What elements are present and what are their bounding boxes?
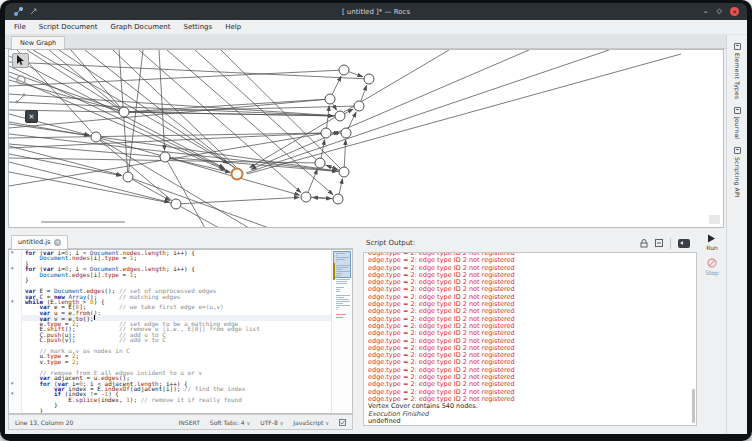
graph-edge[interactable] [128,177,269,227]
minimap-viewport[interactable] [333,251,351,278]
fold-marker-icon[interactable]: ▾ [11,265,14,271]
graph-node[interactable] [339,167,349,177]
code-editor[interactable]: ▾for (var i=0; i < Document.nodes.length… [8,249,353,414]
dock-tab-journal[interactable]: Journal [727,107,747,139]
delete-icon[interactable]: ✕ [25,110,38,123]
checkmark-icon[interactable] [339,419,346,426]
graph-edge[interactable] [9,70,344,86]
graph-edge[interactable] [251,50,529,169]
graph-node[interactable] [325,94,335,104]
graph-node[interactable] [321,128,331,138]
fold-marker-icon[interactable]: ▾ [11,249,14,255]
run-controls: Run Stop [700,234,724,276]
output-scrollbar[interactable] [692,389,695,423]
menu-file[interactable]: File [14,23,26,31]
canvas-horizontal-scrollbar[interactable] [41,221,125,223]
circle-icon [16,75,26,85]
output-title: Script Output: [358,239,415,247]
output-console[interactable]: edge.type = 2: edge type ID 2 not regist… [363,252,697,426]
add-edge-tool[interactable] [12,91,29,106]
graph-edge[interactable] [128,50,143,177]
editor-statusbar: Line 13, Column 20 INSERT Soft Tabs: 4 ∨… [8,414,353,430]
maximize-button[interactable]: ◇ [717,5,722,18]
graph-node[interactable] [160,152,170,162]
graph-edge[interactable] [9,102,340,116]
graph-node[interactable] [301,192,311,202]
menu-script-document[interactable]: Script Document [39,23,98,31]
debug-output-icon[interactable] [678,239,690,248]
clear-output-icon[interactable] [655,239,663,247]
fold-marker-icon[interactable]: ▾ [11,390,14,396]
close-button[interactable]: ✕ [730,7,739,16]
minimize-button[interactable]: ⌄ [703,5,709,18]
tab-width-select[interactable]: Soft Tabs: 4 ∨ [210,419,250,426]
journal-icon [734,107,741,114]
graph-node[interactable] [119,107,129,117]
graph-edge[interactable] [9,172,176,204]
minimap-modified-marker [333,263,335,280]
dock-tab-scripting-api[interactable]: Scripting API [727,147,747,198]
output-line: Execution Finished [368,411,696,418]
select-tool[interactable] [12,53,29,68]
close-tab-icon[interactable]: ✕ [54,239,61,246]
graph-node[interactable] [333,194,343,204]
graph-node-highlighted[interactable] [232,169,243,180]
editor-tab-label: untitled.js [18,236,50,249]
graph-edge[interactable] [96,137,249,227]
graph-node[interactable] [341,128,351,138]
menu-help[interactable]: Help [225,23,241,31]
menu-bar: FileScript DocumentGraph DocumentSetting… [5,20,747,35]
code-folding-gutter[interactable] [9,408,22,413]
encoding-select[interactable]: UTF-8 ∨ [260,419,283,426]
script-output-panel: Script Output: edge.type = 2: edge type … [358,232,724,433]
output-line: undefined [368,418,696,425]
graph-edge[interactable] [221,50,344,172]
fold-marker-icon[interactable]: ▾ [11,380,14,386]
graph-node[interactable] [354,101,364,111]
chevron-down-icon: ∨ [280,420,284,426]
add-node-tool[interactable] [12,72,29,87]
graph-edge[interactable] [159,50,165,150]
menu-settings[interactable]: Settings [183,23,212,31]
output-header: Script Output: [358,236,724,250]
graph-tool-palette: ✕ [12,53,42,123]
edge-icon [15,93,26,104]
graph-node[interactable] [364,74,374,84]
minimap-mark [336,314,346,315]
graph-node[interactable] [335,111,345,121]
graph-node[interactable] [315,158,325,168]
graph-edge[interactable] [9,144,337,171]
graph-node[interactable] [339,65,349,75]
lock-icon[interactable] [640,239,648,248]
right-dock-strip: Element TypesJournalScripting API [726,35,747,434]
graph-edge[interactable] [9,146,121,175]
code-line[interactable]: } [9,408,352,413]
tab-untitled-js[interactable]: untitled.js ✕ [11,235,68,249]
editor-tabbar: untitled.js ✕ [8,235,353,249]
stop-button[interactable]: Stop [705,258,719,276]
graph-edge[interactable] [246,50,609,173]
editor-minimap[interactable] [331,250,352,413]
chevron-down-icon: ∨ [325,420,329,426]
tab-new-graph[interactable]: New Graph [11,36,65,49]
stop-icon [707,258,717,268]
graph-document-tabbar: New Graph [5,35,726,49]
titlebar[interactable]: [ untitled ]* — Rocs ⌄ ◇ ✕ [5,3,747,20]
graph-node[interactable] [171,199,181,209]
graph-node[interactable] [91,132,101,142]
graph-node[interactable] [123,172,133,182]
mode-indicator[interactable]: INSERT [179,419,200,426]
run-button[interactable]: Run [706,234,718,251]
dock-tab-element-types[interactable]: Element Types [727,43,747,99]
cursor-position: Line 13, Column 20 [15,419,73,426]
menu-graph-document[interactable]: Graph Document [111,23,171,31]
graph-canvas[interactable] [8,49,724,228]
graph-edge[interactable] [9,154,121,176]
syntax-select[interactable]: JavaScript ∨ [293,419,329,426]
graph-drawing [9,50,723,227]
rocs-window: [ untitled ]* — Rocs ⌄ ◇ ✕ FileScript Do… [0,0,752,441]
canvas-scroll-corner [709,215,720,224]
api-icon [734,147,741,154]
fold-marker-icon[interactable]: ▾ [11,298,14,304]
graph-edge[interactable] [9,62,369,79]
